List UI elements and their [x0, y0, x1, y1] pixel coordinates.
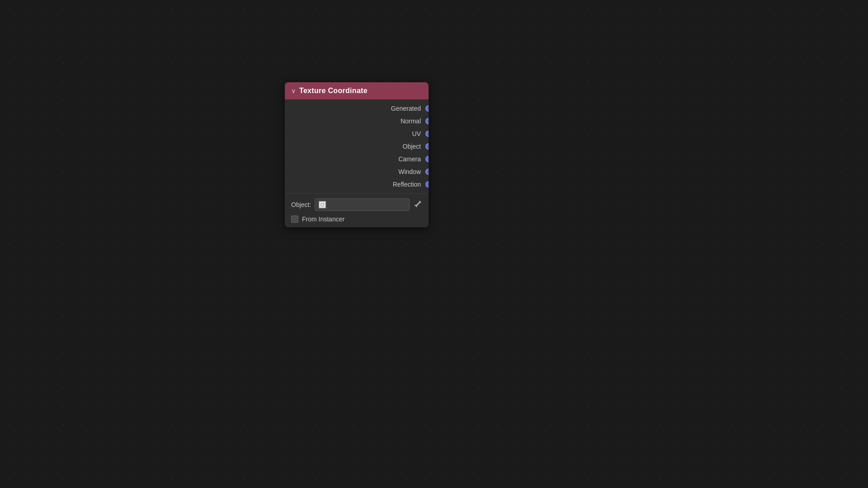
socket-object[interactable] [425, 143, 429, 150]
node-body: Generated Normal UV Object Camera Window [285, 99, 429, 227]
object-field-input[interactable] [315, 198, 410, 211]
output-row-normal: Normal [285, 115, 429, 127]
node-footer: Object: From Instancer [285, 193, 429, 227]
output-row-camera: Camera [285, 153, 429, 165]
eyedropper-button[interactable] [413, 200, 422, 210]
output-row-object: Object [285, 140, 429, 153]
node-header: ∨ Texture Coordinate [285, 82, 429, 99]
socket-reflection[interactable] [425, 181, 429, 188]
output-row-uv: UV [285, 127, 429, 140]
from-instancer-checkbox[interactable] [291, 216, 298, 223]
object-field-row: Object: [291, 198, 422, 211]
output-row-window: Window [285, 165, 429, 178]
object-field-label: Object: [291, 201, 311, 208]
socket-camera[interactable] [425, 156, 429, 162]
node-title: Texture Coordinate [299, 87, 368, 95]
object-type-icon [319, 201, 326, 208]
texture-coordinate-node: ∨ Texture Coordinate Generated Normal UV… [285, 82, 429, 227]
eyedropper-icon [414, 201, 421, 208]
object-type-icon-inner [321, 203, 324, 206]
output-row-generated: Generated [285, 102, 429, 115]
output-label-uv: UV [412, 130, 421, 137]
from-instancer-row: From Instancer [291, 216, 422, 223]
output-label-reflection: Reflection [393, 181, 421, 188]
socket-generated[interactable] [425, 105, 429, 112]
output-label-camera: Camera [398, 155, 421, 163]
output-label-window: Window [398, 168, 421, 175]
socket-normal[interactable] [425, 118, 429, 124]
outputs-section: Generated Normal UV Object Camera Window [285, 99, 429, 193]
socket-uv[interactable] [425, 131, 429, 137]
output-label-generated: Generated [391, 105, 421, 112]
output-label-normal: Normal [401, 117, 421, 125]
socket-window[interactable] [425, 169, 429, 175]
collapse-chevron[interactable]: ∨ [291, 87, 296, 94]
output-row-reflection: Reflection [285, 178, 429, 191]
from-instancer-label: From Instancer [302, 216, 344, 223]
output-label-object: Object [403, 143, 421, 150]
